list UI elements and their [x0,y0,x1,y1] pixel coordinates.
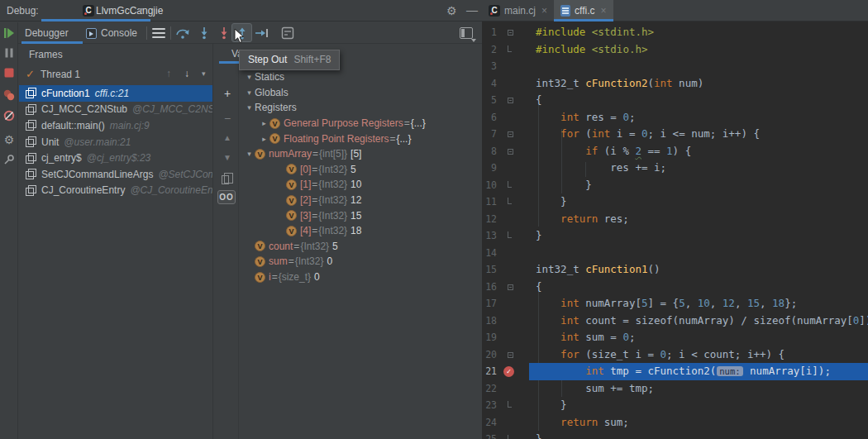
fold-marker-icon[interactable] [508,401,512,408]
breakpoint-icon[interactable]: ✓ [503,366,514,377]
variable-row[interactable]: V[4] = {Int32}18 [242,223,482,239]
fold-marker-icon[interactable] [508,198,512,204]
code-line[interactable]: 6 int res = 0; [482,109,868,126]
close-icon[interactable]: × [600,5,606,17]
variable-row[interactable]: Vsum = {Int32}0 [242,254,482,270]
variable-row[interactable]: V[0] = {Int32}5 [242,162,482,178]
editor-tab-cffi-c[interactable]: cffi.c× [554,0,613,21]
frame-row[interactable]: cFunction1cffi.c:21 [19,85,213,102]
code-line[interactable]: 15int32_t cFunction1() [482,261,868,279]
code-line[interactable]: 19 int sum = 0; [482,329,868,346]
code-line[interactable]: 22 sum += tmp; [482,380,868,398]
thread-selector[interactable]: ✓ Thread 1 ↑ ↓ ▾ [19,64,213,84]
mute-breakpoints-icon[interactable] [2,109,16,122]
move-down-icon[interactable]: ▼ [220,153,235,162]
code-line[interactable]: 24 return sum; [482,414,868,432]
session-tab[interactable]: C LlvmGcCangjie ▾ [41,0,150,21]
code-line-text: return res; [529,211,868,228]
code-line[interactable]: 12 return res; [482,211,868,228]
frame-row[interactable]: cj_entry$@cj_entry$:23 [19,150,213,166]
step-over-icon[interactable] [175,26,190,40]
show-watches-icon[interactable]: OO [217,190,236,204]
line-number: 12 [482,211,497,228]
value-icon: V [286,210,297,221]
fold-marker-icon[interactable] [508,98,513,103]
code-area[interactable]: 1#include <stdint.h>2#include <stdio.h>3… [482,21,868,439]
minimize-icon[interactable]: — [466,3,477,17]
hamburger-menu-icon[interactable] [152,28,165,38]
frame-row[interactable]: CJ_CoroutineEntry@CJ_CoroutineEntry: [19,183,213,199]
resume-program-icon[interactable] [2,26,16,40]
frame-row[interactable]: CJ_MCC_C2NStub@CJ_MCC_C2NStub:7 [19,102,213,118]
code-line[interactable]: 14 [482,245,868,262]
fold-marker-icon[interactable] [508,30,513,36]
code-line[interactable]: 7 for (int i = 0; i <= num; i++) { [482,126,868,143]
frame-up-icon[interactable]: ↑ [166,68,171,79]
variable-row[interactable]: ▸VGeneral Purpose Registers = {...} [242,116,482,131]
code-line[interactable]: 10 } [482,177,868,194]
variable-row[interactable]: ▾Globals [242,85,482,101]
duplicate-watch-icon[interactable] [222,175,229,184]
remove-watch-icon[interactable]: − [220,112,235,125]
add-watch-icon[interactable]: + [220,87,235,100]
code-line-text: return sum; [529,414,868,432]
move-up-icon[interactable]: ▲ [220,133,235,142]
code-line[interactable]: 4int32_t cFunction2(int num) [482,75,868,93]
fold-marker-icon[interactable] [508,45,512,52]
run-to-cursor-icon[interactable] [255,26,269,40]
code-line[interactable]: 2#include <stdio.h> [482,41,868,59]
fold-marker-icon[interactable] [508,284,513,290]
variable-row[interactable]: ▾Statics [242,69,482,85]
value-icon: V [286,164,297,174]
variable-row[interactable]: V[2] = {Int32}12 [242,193,482,208]
code-line[interactable]: 3 [482,58,868,75]
variable-row[interactable]: ▾VnumArray = {int[5]}[5] [242,146,482,162]
view-breakpoints-icon[interactable] [2,88,16,102]
fold-marker-icon[interactable] [508,435,512,439]
frame-down-icon[interactable]: ↓ [184,68,189,79]
editor-tab-main-cj[interactable]: Cmain.cj× [482,0,554,21]
fold-marker-icon[interactable] [508,181,512,188]
code-line[interactable]: 8 if (i % 2 == 1) { [482,143,868,160]
pin-icon[interactable] [2,153,16,166]
code-line[interactable]: 13} [482,227,868,245]
fold-marker-icon[interactable] [508,149,513,155]
code-line[interactable]: 5{ [482,92,868,109]
variable-row[interactable]: Vi = {size_t}0 [242,270,482,285]
variable-row[interactable]: ▸VFloating Point Registers = {...} [242,131,482,146]
variable-value: 12 [351,194,361,206]
code-line[interactable]: 23 } [482,397,868,414]
mouse-cursor-icon [234,28,246,47]
code-line[interactable]: 25} [482,431,868,439]
frame-row[interactable]: default::main()main.cj:9 [19,117,213,134]
variable-row[interactable]: V[3] = {Int32}15 [242,208,482,223]
fold-marker-icon[interactable] [508,131,513,137]
code-line[interactable]: 18 int count = sizeof(numArray) / sizeof… [482,313,868,330]
variable-row[interactable]: Vcount = {Int32}5 [242,239,482,255]
code-line-text: } [529,177,868,194]
chevron-down-icon[interactable]: ▾ [202,69,206,78]
code-line[interactable]: 20 for (size_t i = 0; i < count; i++) { [482,346,868,364]
variable-row[interactable]: ▾Registers [242,100,482,116]
pause-program-icon[interactable] [2,46,16,60]
frame-row[interactable]: SetCJCommandLineArgs@SetCJCommandLineArg… [19,166,213,183]
fold-marker-icon[interactable] [508,231,512,238]
code-line[interactable]: 9 res += i; [482,160,868,177]
code-line[interactable]: 17 int numArray[5] = {5, 10, 12, 15, 18}… [482,295,868,313]
frame-row[interactable]: Unit@user.main:21 [19,134,213,150]
code-line[interactable]: 16{ [482,279,868,296]
code-line[interactable]: 1#include <stdint.h> [482,24,868,41]
force-step-into-icon[interactable] [217,26,231,40]
settings-gear-icon[interactable]: ⚙ [2,133,16,146]
stop-program-icon[interactable] [2,66,16,79]
close-icon[interactable]: × [541,5,547,17]
tab-console[interactable]: Console [86,22,137,44]
code-line[interactable]: 21✓ int tmp = cFunction2(num: numArray[i… [482,363,868,380]
evaluate-expression-icon[interactable] [281,26,296,40]
layout-settings-icon[interactable] [460,27,473,39]
step-into-icon[interactable] [197,26,212,40]
variable-row[interactable]: V[1] = {Int32}10 [242,177,482,193]
fold-marker-icon[interactable] [508,352,513,358]
code-line[interactable]: 11 } [482,193,868,211]
gear-icon[interactable]: ⚙ [446,4,457,17]
